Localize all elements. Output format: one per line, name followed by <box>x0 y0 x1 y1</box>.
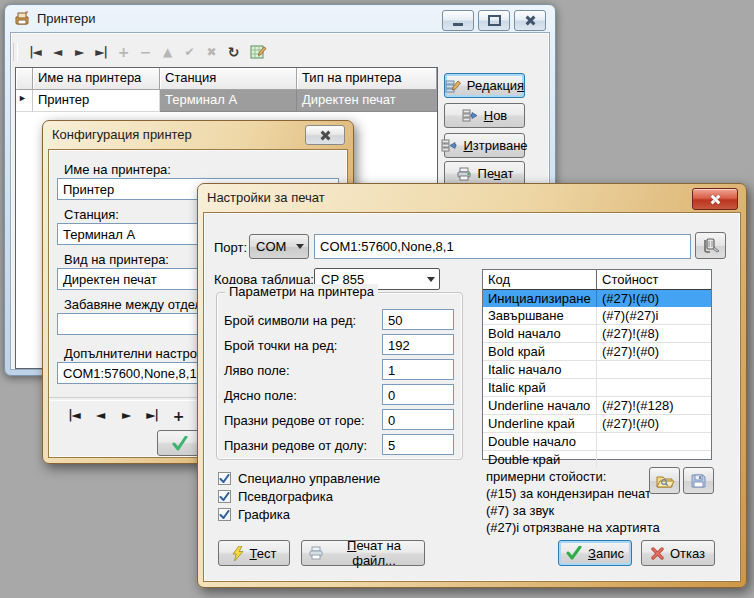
value-cell[interactable] <box>597 379 711 396</box>
code-cell[interactable]: Завършване <box>483 307 597 324</box>
nav-next-icon[interactable]: ► <box>68 45 90 59</box>
right-margin-input[interactable]: 0 <box>382 384 454 405</box>
grid-col-header-type: Тип на принтера <box>297 68 437 90</box>
grid-cell-name[interactable]: Принтер <box>33 90 160 112</box>
dots-per-line-input[interactable]: 192 <box>382 334 454 355</box>
print-icon <box>456 167 472 181</box>
codes-row[interactable]: Underline начало (#27)!(#128) <box>483 397 711 415</box>
hint-line: (#27)i отрязване на хартията <box>486 520 660 535</box>
nav-insert-icon[interactable]: + <box>112 44 134 60</box>
code-cell[interactable]: Инициализиране <box>483 290 597 307</box>
settings-titlebar[interactable]: Настройки за печат <box>198 184 746 211</box>
print-to-file-label: Печат на файл... <box>330 538 418 568</box>
load-codes-button[interactable] <box>649 467 680 494</box>
port-config-button[interactable] <box>695 232 726 259</box>
left-margin-input[interactable]: 1 <box>382 359 454 380</box>
codes-row[interactable]: Bold начало (#27)!(#8) <box>483 325 711 343</box>
desktop: { "printers_window": { "title": "Принтер… <box>0 0 754 598</box>
value-cell[interactable]: (#27)!(#0) <box>597 415 711 432</box>
lightning-icon <box>232 546 244 561</box>
codes-row[interactable]: Завършване (#7)(#27)i <box>483 307 711 325</box>
close-button[interactable] <box>514 10 546 31</box>
close-icon <box>525 15 536 26</box>
maximize-button[interactable] <box>478 10 510 31</box>
grid-cell-station[interactable]: Терминал А <box>160 90 297 112</box>
printers-window-icon <box>14 11 30 26</box>
codes-row[interactable]: Italic начало <box>483 361 711 379</box>
nav-cancel-icon[interactable]: ✖ <box>200 45 222 59</box>
port-type-value: COM <box>256 239 286 254</box>
port-type-select[interactable]: COM <box>249 234 309 259</box>
value-cell[interactable] <box>597 451 711 468</box>
code-cell[interactable]: Bold начало <box>483 325 597 342</box>
settings-close-button[interactable] <box>692 188 738 210</box>
edit-record-button[interactable]: Редакция <box>444 73 525 98</box>
value-cell[interactable]: (#7)(#27)i <box>597 307 711 324</box>
config-type-label: Вид на принтера: <box>64 252 169 267</box>
config-close-button[interactable] <box>305 125 345 145</box>
code-cell[interactable]: Double начало <box>483 433 597 450</box>
grid-cell-type[interactable]: Директен печат <box>297 90 437 112</box>
grid-edit-icon[interactable] <box>250 44 267 60</box>
codes-row[interactable]: Underline край (#27)!(#0) <box>483 415 711 433</box>
cfg-nav-prior-icon[interactable]: ◄ <box>87 408 113 424</box>
code-cell[interactable]: Double край <box>483 451 597 468</box>
codes-row-selected[interactable]: Инициализиране (#27)!(#0) <box>483 290 711 307</box>
open-folder-icon <box>655 473 675 489</box>
code-cell[interactable]: Underline начало <box>483 397 597 414</box>
printer-icon <box>308 546 324 560</box>
blank-rows-bottom-input[interactable]: 5 <box>382 434 454 455</box>
value-cell[interactable]: (#27)!(#8) <box>597 325 711 342</box>
value-cell[interactable]: (#27)!(#0) <box>597 343 711 360</box>
test-button[interactable]: Тест <box>218 540 290 566</box>
new-record-button[interactable]: Нов <box>444 103 525 128</box>
nav-refresh-icon[interactable]: ↻ <box>222 44 244 60</box>
codes-row[interactable]: Bold край (#27)!(#0) <box>483 343 711 361</box>
settings-client: Порт: COM COM1:57600,None,8,1 Кодова таб… <box>203 212 741 582</box>
value-cell[interactable] <box>597 361 711 378</box>
print-to-file-button[interactable]: Печат на файл... <box>301 540 425 566</box>
blank-rows-top-label: Празни редове от горе: <box>224 413 365 428</box>
check-icon <box>566 546 582 560</box>
delete-record-button[interactable]: Изтриване <box>444 133 525 158</box>
pseudographics-checkbox[interactable]: Псевдографика <box>218 489 333 504</box>
cfg-nav-first-icon[interactable]: |◄ <box>61 408 87 424</box>
graphics-checkbox[interactable]: Графика <box>218 507 290 522</box>
nav-post-icon[interactable]: ✔ <box>178 45 200 59</box>
chars-per-line-input[interactable]: 50 <box>382 309 454 330</box>
code-cell[interactable]: Underline край <box>483 415 597 432</box>
nav-last-icon[interactable]: ►| <box>90 45 112 59</box>
value-cell[interactable]: (#27)!(#128) <box>597 397 711 414</box>
cfg-nav-next-icon[interactable]: ► <box>113 408 139 424</box>
nav-first-icon[interactable]: |◄ <box>24 45 46 59</box>
ok-check-icon <box>171 436 189 451</box>
new-record-label: Нов <box>484 108 508 123</box>
value-cell[interactable]: (#27)!(#0) <box>597 290 711 307</box>
checkbox-checked-icon <box>218 472 231 485</box>
nav-edit-icon[interactable]: ▲ <box>156 45 178 59</box>
codes-row[interactable]: Italic край <box>483 379 711 397</box>
codes-col-header-code: Код <box>483 270 597 289</box>
code-cell[interactable]: Italic край <box>483 379 597 396</box>
cancel-button[interactable]: Отказ <box>641 540 715 566</box>
code-cell[interactable]: Bold край <box>483 343 597 360</box>
blank-rows-top-input[interactable]: 0 <box>382 409 454 430</box>
cfg-nav-insert-icon[interactable]: + <box>165 408 191 424</box>
code-cell[interactable]: Italic начало <box>483 361 597 378</box>
print-settings-window: Настройки за печат Порт: COM COM1:57600,… <box>197 183 747 588</box>
connector-icon <box>701 237 721 255</box>
nav-prior-icon[interactable]: ◄ <box>46 45 68 59</box>
codes-table: Код Стойност Инициализиране (#27)!(#0) З… <box>482 269 712 460</box>
printers-grid-row[interactable]: ► Принтер Терминал А Директен печат <box>16 90 437 112</box>
chars-per-line-label: Брой символи на ред: <box>224 313 356 328</box>
nav-delete-icon[interactable]: − <box>134 44 156 60</box>
value-cell[interactable] <box>597 433 711 450</box>
codes-row[interactable]: Double начало <box>483 433 711 451</box>
special-control-checkbox[interactable]: Специално управление <box>218 471 380 486</box>
codes-row[interactable]: Double край <box>483 451 711 468</box>
cfg-nav-last-icon[interactable]: ►| <box>139 408 165 424</box>
save-button[interactable]: Запис <box>558 540 632 566</box>
port-address-input[interactable]: COM1:57600,None,8,1 <box>314 234 691 259</box>
save-codes-button[interactable] <box>683 467 714 494</box>
minimize-button[interactable] <box>442 10 474 31</box>
